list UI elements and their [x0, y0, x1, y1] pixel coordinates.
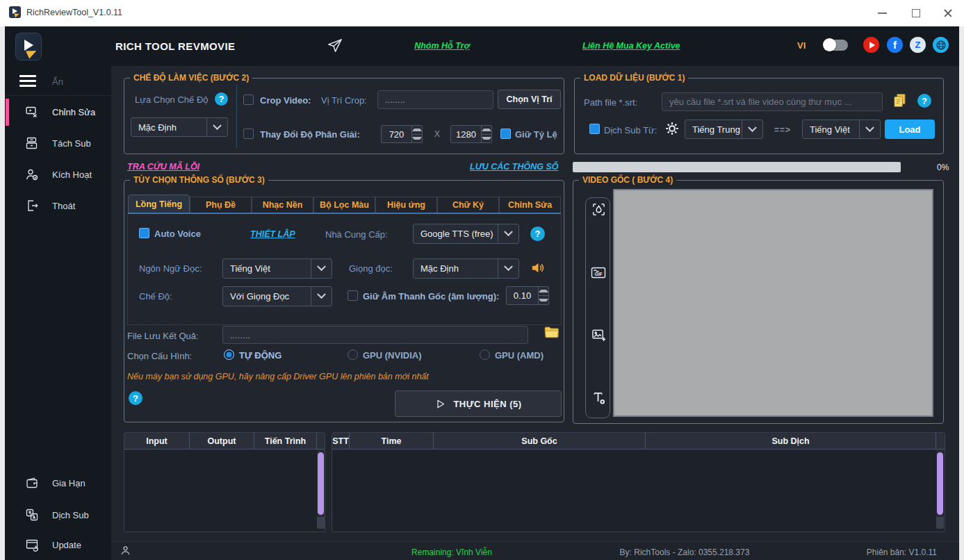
sidebar-toggle-button[interactable]: [19, 75, 36, 87]
translate-icon: [25, 508, 39, 522]
auto-voice-checkbox[interactable]: [139, 228, 149, 238]
translate-sub-checkbox[interactable]: [589, 124, 600, 134]
tab-chu-ky[interactable]: Chữ Ký: [437, 197, 499, 213]
sidebar-item-gia-han[interactable]: Gia Hạn: [5, 468, 111, 499]
resolution-x-separator: X: [434, 129, 440, 139]
sidebar-item-tach-sub[interactable]: Tách Sub: [5, 128, 111, 159]
add-text-tool-button[interactable]: [590, 389, 607, 406]
subs-table: STT Time Sub Gốc Sub Dịch: [332, 432, 945, 532]
tab-long-tieng[interactable]: Lồng Tiếng: [128, 195, 190, 213]
add-image-tool-button[interactable]: [590, 327, 607, 343]
sidebar-item-label: Update: [52, 540, 81, 550]
sidebar-item-chinh-sua[interactable]: Chỉnh Sửa: [5, 97, 111, 128]
translate-to-select[interactable]: Tiếng Việt: [802, 120, 881, 139]
remaining-status: Remaining: Vĩnh Viễn: [389, 547, 514, 557]
tab-underline: [128, 213, 561, 214]
scrollbar-thumb[interactable]: [937, 452, 943, 515]
gif-tool-button[interactable]: GIF: [590, 265, 607, 281]
error-lookup-link[interactable]: TRA CỨU MÃ LỖI: [127, 162, 199, 172]
config-radio-amd-label: GPU (AMD): [495, 350, 544, 361]
progress-percent: 0%: [937, 163, 949, 172]
maximize-button[interactable]: [912, 9, 920, 17]
sidebar-item-thoat[interactable]: Thoát: [5, 190, 111, 222]
support-link[interactable]: Nhóm Hỗ Trợ: [400, 41, 484, 51]
language-toggle[interactable]: [824, 40, 848, 51]
execute-button[interactable]: THỰC HIỆN (5): [395, 390, 562, 417]
output-file-label: File Lưu Kết Quả:: [127, 331, 199, 341]
statusbar: [111, 541, 959, 560]
active-indicator: [6, 99, 9, 126]
output-file-input[interactable]: [222, 326, 528, 344]
facebook-icon[interactable]: f: [887, 37, 903, 53]
send-icon[interactable]: [327, 38, 343, 56]
group-title: VIDEO GỐC ( BƯỚC 4): [579, 175, 676, 185]
buy-key-link[interactable]: Liên Hệ Mua Key Active: [582, 41, 676, 51]
language-read-select[interactable]: Tiếng Việt: [222, 258, 332, 279]
crop-video-checkbox[interactable]: [243, 94, 254, 105]
crop-position-input[interactable]: [377, 90, 493, 109]
app-icon: [9, 6, 21, 18]
youtube-icon[interactable]: [863, 37, 879, 53]
file-browse-icon[interactable]: [892, 92, 908, 111]
sidebar-item-update[interactable]: Update: [5, 531, 111, 560]
keep-ratio-checkbox[interactable]: [500, 129, 511, 139]
width-value: 720: [382, 126, 411, 142]
language-read-value: Tiếng Việt: [223, 259, 311, 278]
tab-hieu-ung[interactable]: Hiệu ứng: [375, 197, 437, 213]
keep-audio-checkbox[interactable]: [348, 290, 358, 301]
config-radio-nvidia[interactable]: [348, 349, 358, 360]
zalo-icon[interactable]: Z: [910, 37, 926, 53]
save-params-link[interactable]: LƯU CÁC THÔNG SỐ: [470, 162, 553, 172]
mode-select[interactable]: Mặc Định: [131, 117, 228, 137]
close-button[interactable]: [943, 8, 953, 18]
voice-mode-select[interactable]: Với Giọng Đọc: [222, 286, 332, 306]
sidebar-item-kich-hoat[interactable]: Kích Hoạt: [5, 159, 111, 190]
user-icon: [120, 545, 131, 559]
select-mode-label: Lựa Chọn Chế Độ: [135, 94, 209, 105]
globe-icon[interactable]: [933, 37, 949, 53]
minimize-button[interactable]: [878, 13, 887, 14]
user-activate-icon: [25, 167, 39, 181]
voice-select[interactable]: Mặc Định: [413, 258, 519, 279]
scrollbar-thumb[interactable]: [318, 452, 324, 515]
toggle-knob: [823, 38, 836, 51]
subs-header-sub-dich: Sub Dịch: [646, 433, 936, 449]
help-icon[interactable]: ?: [917, 94, 931, 108]
folder-icon[interactable]: [544, 324, 559, 343]
queue-scrollbar[interactable]: [317, 450, 325, 529]
config-radio-auto[interactable]: [224, 349, 234, 360]
config-radio-amd[interactable]: [480, 349, 490, 360]
gear-icon[interactable]: [664, 121, 680, 139]
load-button[interactable]: Load: [885, 120, 935, 139]
app-title: RICH TOOL REVMOVIE: [115, 40, 236, 52]
resolution-checkbox[interactable]: [243, 129, 254, 139]
setup-link[interactable]: THIẾT LẬP: [250, 229, 295, 239]
blur-tool-button[interactable]: [590, 201, 607, 217]
speaker-icon[interactable]: [530, 260, 546, 279]
provider-select-value: Google TTS (free): [414, 224, 498, 243]
help-icon[interactable]: ?: [215, 92, 228, 106]
translate-from-select[interactable]: Tiếng Trung: [685, 120, 763, 139]
tab-phu-de[interactable]: Phụ Đề: [190, 197, 252, 213]
tab-nhac-nen[interactable]: Nhạc Nền: [252, 197, 313, 213]
sidebar-item-dich-sub[interactable]: Dịch Sub: [5, 500, 111, 531]
height-stepper[interactable]: 1280: [450, 125, 492, 143]
help-icon[interactable]: ?: [129, 391, 142, 405]
path-label: Path file *.srt:: [584, 97, 637, 108]
titlebar: RichReviewTool_V1.0.11: [0, 0, 964, 26]
tab-bo-loc-mau[interactable]: Bộ Lọc Màu: [313, 197, 375, 213]
crop-position-label: Vị Trí Crop:: [321, 95, 367, 106]
load-data-group: LOAD DỮ LIỆU (BƯỚC 1): [574, 78, 944, 154]
group-separator: [236, 85, 237, 147]
width-stepper[interactable]: 720: [381, 125, 423, 143]
tab-chinh-sua[interactable]: Chỉnh Sửa: [499, 197, 561, 213]
volume-stepper[interactable]: 0.10: [506, 286, 549, 305]
sidebar-item-label: Kích Hoạt: [52, 170, 92, 180]
subs-scrollbar[interactable]: [936, 450, 944, 529]
path-input[interactable]: [662, 92, 883, 111]
help-icon[interactable]: ?: [530, 227, 545, 241]
provider-select[interactable]: Google TTS (free): [413, 224, 519, 244]
window-title: RichReviewTool_V1.0.11: [26, 8, 122, 17]
voice-mode-value: Với Giọng Đọc: [223, 287, 311, 306]
choose-position-button[interactable]: Chọn Vị Trí: [498, 90, 561, 109]
